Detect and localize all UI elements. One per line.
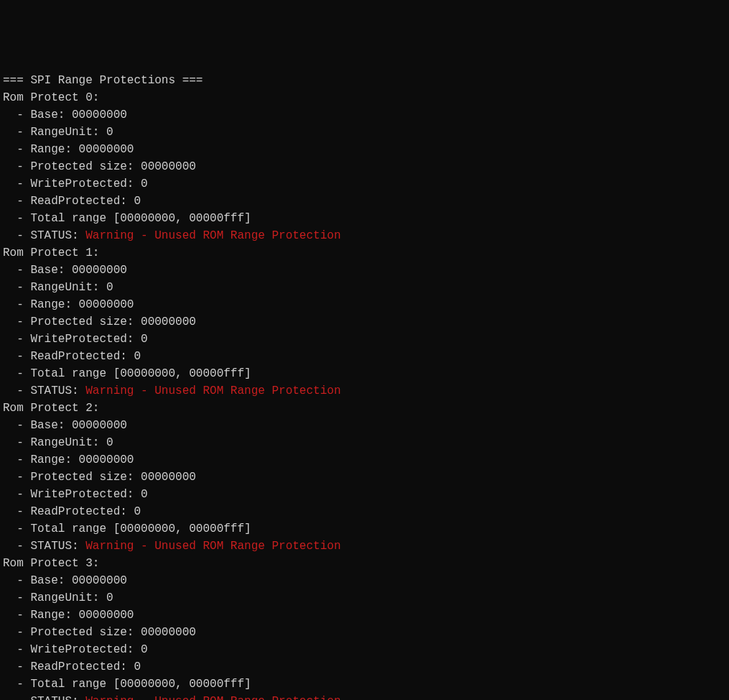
rom-protect-rangeunit-1: - RangeUnit: 0 xyxy=(3,279,726,296)
rom-protect-totalrange-3: - Total range [00000000, 00000fff] xyxy=(3,676,726,693)
rom-protect-range-2: - Range: 00000000 xyxy=(3,451,726,469)
section-header: === SPI Range Protections === xyxy=(3,72,726,89)
rom-protect-readprotected-1: - ReadProtected: 0 xyxy=(3,348,726,365)
rom-protect-protectedsize-0: - Protected size: 00000000 xyxy=(3,158,726,175)
rom-protect-protectedsize-3: - Protected size: 00000000 xyxy=(3,624,726,641)
rom-protect-range-1: - Range: 00000000 xyxy=(3,296,726,313)
rom-protect-base-3: - Base: 00000000 xyxy=(3,572,726,589)
rom-protect-readprotected-0: - ReadProtected: 0 xyxy=(3,193,726,210)
rom-protect-range-0: - Range: 00000000 xyxy=(3,141,726,158)
rom-protect-readprotected-3: - ReadProtected: 0 xyxy=(3,658,726,676)
rom-protect-totalrange-0: - Total range [00000000, 00000fff] xyxy=(3,210,726,227)
rom-protect-title-3: Rom Protect 3: xyxy=(3,555,726,572)
rom-protect-writeprotected-2: - WriteProtected: 0 xyxy=(3,486,726,503)
rom-protect-rangeunit-3: - RangeUnit: 0 xyxy=(3,589,726,607)
rom-protect-totalrange-1: - Total range [00000000, 00000fff] xyxy=(3,365,726,382)
rom-protect-title-2: Rom Protect 2: xyxy=(3,400,726,417)
rom-protect-writeprotected-0: - WriteProtected: 0 xyxy=(3,175,726,193)
rom-protect-protectedsize-1: - Protected size: 00000000 xyxy=(3,313,726,331)
status-warning: Warning - Unused ROM Range Protection xyxy=(85,695,340,700)
rom-protect-status-0: - STATUS: Warning - Unused ROM Range Pro… xyxy=(3,227,726,244)
terminal-output: === SPI Range Protections ===Rom Protect… xyxy=(3,72,726,700)
rom-protect-rangeunit-0: - RangeUnit: 0 xyxy=(3,124,726,141)
rom-protect-range-3: - Range: 00000000 xyxy=(3,607,726,624)
rom-protect-totalrange-2: - Total range [00000000, 00000fff] xyxy=(3,520,726,538)
rom-protect-protectedsize-2: - Protected size: 00000000 xyxy=(3,469,726,486)
rom-protect-readprotected-2: - ReadProtected: 0 xyxy=(3,503,726,520)
rom-protect-rangeunit-2: - RangeUnit: 0 xyxy=(3,434,726,451)
rom-protect-status-3: - STATUS: Warning - Unused ROM Range Pro… xyxy=(3,693,726,700)
status-warning: Warning - Unused ROM Range Protection xyxy=(85,384,340,397)
rom-protect-writeprotected-1: - WriteProtected: 0 xyxy=(3,331,726,348)
status-warning: Warning - Unused ROM Range Protection xyxy=(85,540,340,553)
rom-protect-base-0: - Base: 00000000 xyxy=(3,106,726,124)
rom-protect-base-1: - Base: 00000000 xyxy=(3,262,726,279)
rom-protect-status-1: - STATUS: Warning - Unused ROM Range Pro… xyxy=(3,382,726,400)
rom-protect-title-1: Rom Protect 1: xyxy=(3,244,726,262)
rom-protect-title-0: Rom Protect 0: xyxy=(3,89,726,106)
rom-protect-status-2: - STATUS: Warning - Unused ROM Range Pro… xyxy=(3,538,726,555)
status-warning: Warning - Unused ROM Range Protection xyxy=(85,229,340,242)
rom-protect-writeprotected-3: - WriteProtected: 0 xyxy=(3,641,726,658)
rom-protect-base-2: - Base: 00000000 xyxy=(3,417,726,434)
